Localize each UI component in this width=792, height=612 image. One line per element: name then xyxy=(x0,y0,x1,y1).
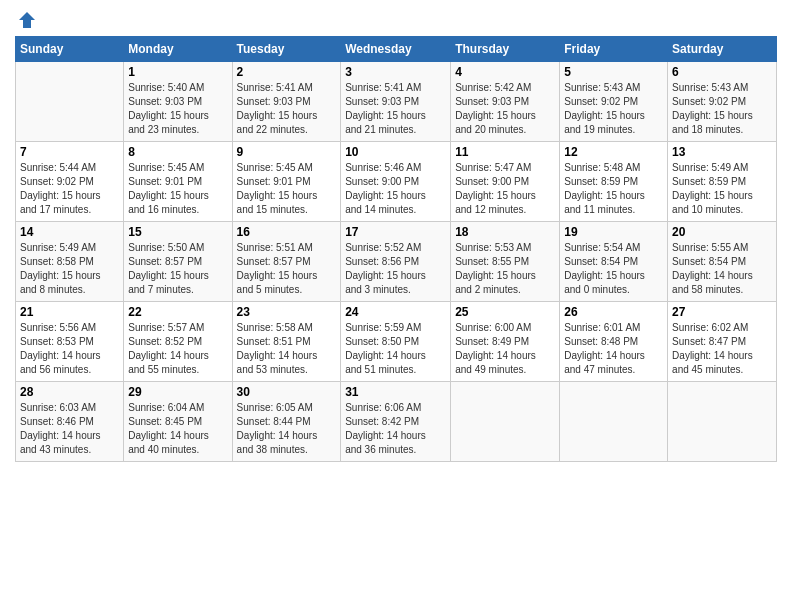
day-info: Sunrise: 5:56 AM Sunset: 8:53 PM Dayligh… xyxy=(20,321,119,377)
day-number: 31 xyxy=(345,385,446,399)
calendar-week-row: 21Sunrise: 5:56 AM Sunset: 8:53 PM Dayli… xyxy=(16,302,777,382)
day-number: 15 xyxy=(128,225,227,239)
day-number: 3 xyxy=(345,65,446,79)
calendar-week-row: 1Sunrise: 5:40 AM Sunset: 9:03 PM Daylig… xyxy=(16,62,777,142)
day-number: 20 xyxy=(672,225,772,239)
column-header-wednesday: Wednesday xyxy=(341,37,451,62)
day-info: Sunrise: 5:41 AM Sunset: 9:03 PM Dayligh… xyxy=(237,81,337,137)
day-info: Sunrise: 5:54 AM Sunset: 8:54 PM Dayligh… xyxy=(564,241,663,297)
day-info: Sunrise: 5:59 AM Sunset: 8:50 PM Dayligh… xyxy=(345,321,446,377)
day-number: 13 xyxy=(672,145,772,159)
day-info: Sunrise: 5:52 AM Sunset: 8:56 PM Dayligh… xyxy=(345,241,446,297)
column-header-friday: Friday xyxy=(560,37,668,62)
day-info: Sunrise: 5:43 AM Sunset: 9:02 PM Dayligh… xyxy=(672,81,772,137)
calendar-cell: 1Sunrise: 5:40 AM Sunset: 9:03 PM Daylig… xyxy=(124,62,232,142)
calendar-cell xyxy=(16,62,124,142)
column-header-saturday: Saturday xyxy=(668,37,777,62)
day-number: 16 xyxy=(237,225,337,239)
day-info: Sunrise: 6:06 AM Sunset: 8:42 PM Dayligh… xyxy=(345,401,446,457)
calendar-cell: 25Sunrise: 6:00 AM Sunset: 8:49 PM Dayli… xyxy=(451,302,560,382)
day-number: 25 xyxy=(455,305,555,319)
day-number: 4 xyxy=(455,65,555,79)
day-number: 27 xyxy=(672,305,772,319)
calendar-cell: 21Sunrise: 5:56 AM Sunset: 8:53 PM Dayli… xyxy=(16,302,124,382)
logo xyxy=(15,10,39,30)
calendar-cell: 26Sunrise: 6:01 AM Sunset: 8:48 PM Dayli… xyxy=(560,302,668,382)
calendar-cell: 18Sunrise: 5:53 AM Sunset: 8:55 PM Dayli… xyxy=(451,222,560,302)
day-number: 21 xyxy=(20,305,119,319)
calendar-cell: 19Sunrise: 5:54 AM Sunset: 8:54 PM Dayli… xyxy=(560,222,668,302)
day-number: 24 xyxy=(345,305,446,319)
calendar-cell: 27Sunrise: 6:02 AM Sunset: 8:47 PM Dayli… xyxy=(668,302,777,382)
column-header-tuesday: Tuesday xyxy=(232,37,341,62)
calendar-cell: 28Sunrise: 6:03 AM Sunset: 8:46 PM Dayli… xyxy=(16,382,124,462)
calendar-cell: 15Sunrise: 5:50 AM Sunset: 8:57 PM Dayli… xyxy=(124,222,232,302)
day-info: Sunrise: 5:51 AM Sunset: 8:57 PM Dayligh… xyxy=(237,241,337,297)
calendar-cell: 24Sunrise: 5:59 AM Sunset: 8:50 PM Dayli… xyxy=(341,302,451,382)
calendar-cell: 30Sunrise: 6:05 AM Sunset: 8:44 PM Dayli… xyxy=(232,382,341,462)
calendar-cell: 29Sunrise: 6:04 AM Sunset: 8:45 PM Dayli… xyxy=(124,382,232,462)
calendar-cell: 5Sunrise: 5:43 AM Sunset: 9:02 PM Daylig… xyxy=(560,62,668,142)
day-info: Sunrise: 5:48 AM Sunset: 8:59 PM Dayligh… xyxy=(564,161,663,217)
day-info: Sunrise: 6:03 AM Sunset: 8:46 PM Dayligh… xyxy=(20,401,119,457)
day-number: 2 xyxy=(237,65,337,79)
calendar-cell xyxy=(668,382,777,462)
day-info: Sunrise: 5:46 AM Sunset: 9:00 PM Dayligh… xyxy=(345,161,446,217)
day-info: Sunrise: 6:02 AM Sunset: 8:47 PM Dayligh… xyxy=(672,321,772,377)
day-number: 7 xyxy=(20,145,119,159)
day-number: 5 xyxy=(564,65,663,79)
day-number: 11 xyxy=(455,145,555,159)
column-header-sunday: Sunday xyxy=(16,37,124,62)
day-info: Sunrise: 6:01 AM Sunset: 8:48 PM Dayligh… xyxy=(564,321,663,377)
day-number: 18 xyxy=(455,225,555,239)
page-container: SundayMondayTuesdayWednesdayThursdayFrid… xyxy=(0,0,792,472)
calendar-cell xyxy=(451,382,560,462)
calendar-cell: 20Sunrise: 5:55 AM Sunset: 8:54 PM Dayli… xyxy=(668,222,777,302)
day-info: Sunrise: 5:40 AM Sunset: 9:03 PM Dayligh… xyxy=(128,81,227,137)
calendar-cell: 16Sunrise: 5:51 AM Sunset: 8:57 PM Dayli… xyxy=(232,222,341,302)
day-number: 9 xyxy=(237,145,337,159)
day-number: 12 xyxy=(564,145,663,159)
calendar-cell: 9Sunrise: 5:45 AM Sunset: 9:01 PM Daylig… xyxy=(232,142,341,222)
day-number: 30 xyxy=(237,385,337,399)
day-info: Sunrise: 6:04 AM Sunset: 8:45 PM Dayligh… xyxy=(128,401,227,457)
day-number: 17 xyxy=(345,225,446,239)
calendar-cell: 22Sunrise: 5:57 AM Sunset: 8:52 PM Dayli… xyxy=(124,302,232,382)
day-info: Sunrise: 6:05 AM Sunset: 8:44 PM Dayligh… xyxy=(237,401,337,457)
calendar-cell: 10Sunrise: 5:46 AM Sunset: 9:00 PM Dayli… xyxy=(341,142,451,222)
calendar-week-row: 28Sunrise: 6:03 AM Sunset: 8:46 PM Dayli… xyxy=(16,382,777,462)
calendar-cell: 6Sunrise: 5:43 AM Sunset: 9:02 PM Daylig… xyxy=(668,62,777,142)
day-number: 19 xyxy=(564,225,663,239)
calendar-cell: 14Sunrise: 5:49 AM Sunset: 8:58 PM Dayli… xyxy=(16,222,124,302)
calendar-cell: 17Sunrise: 5:52 AM Sunset: 8:56 PM Dayli… xyxy=(341,222,451,302)
day-number: 28 xyxy=(20,385,119,399)
day-number: 1 xyxy=(128,65,227,79)
day-info: Sunrise: 5:45 AM Sunset: 9:01 PM Dayligh… xyxy=(128,161,227,217)
day-info: Sunrise: 5:41 AM Sunset: 9:03 PM Dayligh… xyxy=(345,81,446,137)
calendar-cell: 11Sunrise: 5:47 AM Sunset: 9:00 PM Dayli… xyxy=(451,142,560,222)
calendar-cell: 8Sunrise: 5:45 AM Sunset: 9:01 PM Daylig… xyxy=(124,142,232,222)
calendar-cell xyxy=(560,382,668,462)
column-header-monday: Monday xyxy=(124,37,232,62)
day-info: Sunrise: 5:45 AM Sunset: 9:01 PM Dayligh… xyxy=(237,161,337,217)
calendar-cell: 2Sunrise: 5:41 AM Sunset: 9:03 PM Daylig… xyxy=(232,62,341,142)
day-number: 14 xyxy=(20,225,119,239)
day-info: Sunrise: 5:49 AM Sunset: 8:59 PM Dayligh… xyxy=(672,161,772,217)
day-info: Sunrise: 5:43 AM Sunset: 9:02 PM Dayligh… xyxy=(564,81,663,137)
day-info: Sunrise: 5:58 AM Sunset: 8:51 PM Dayligh… xyxy=(237,321,337,377)
day-number: 10 xyxy=(345,145,446,159)
day-number: 23 xyxy=(237,305,337,319)
day-info: Sunrise: 5:44 AM Sunset: 9:02 PM Dayligh… xyxy=(20,161,119,217)
calendar-table: SundayMondayTuesdayWednesdayThursdayFrid… xyxy=(15,36,777,462)
day-number: 29 xyxy=(128,385,227,399)
calendar-cell: 7Sunrise: 5:44 AM Sunset: 9:02 PM Daylig… xyxy=(16,142,124,222)
logo-icon xyxy=(17,10,37,30)
calendar-cell: 31Sunrise: 6:06 AM Sunset: 8:42 PM Dayli… xyxy=(341,382,451,462)
day-info: Sunrise: 5:42 AM Sunset: 9:03 PM Dayligh… xyxy=(455,81,555,137)
column-header-thursday: Thursday xyxy=(451,37,560,62)
logo-text xyxy=(15,10,39,30)
day-info: Sunrise: 5:50 AM Sunset: 8:57 PM Dayligh… xyxy=(128,241,227,297)
day-number: 6 xyxy=(672,65,772,79)
calendar-cell: 23Sunrise: 5:58 AM Sunset: 8:51 PM Dayli… xyxy=(232,302,341,382)
day-info: Sunrise: 6:00 AM Sunset: 8:49 PM Dayligh… xyxy=(455,321,555,377)
